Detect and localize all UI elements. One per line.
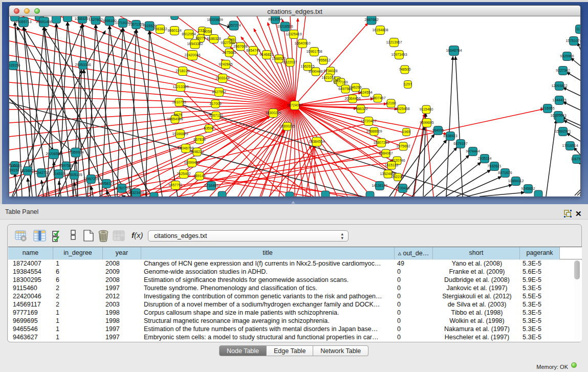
svg-text:1362615: 1362615 <box>300 64 314 68</box>
svg-text:20364456: 20364456 <box>344 97 360 100</box>
svg-text:10654112: 10654112 <box>508 179 524 183</box>
svg-text:9245652: 9245652 <box>521 187 535 190</box>
svg-text:1588520: 1588520 <box>272 57 286 60</box>
svg-text:9335061: 9335061 <box>9 164 22 167</box>
svg-text:9327508: 9327508 <box>221 41 234 45</box>
svg-text:9699695: 9699695 <box>420 121 433 124</box>
svg-text:19218506: 19218506 <box>277 25 293 28</box>
svg-text:16961758: 16961758 <box>306 50 322 53</box>
svg-text:1527602: 1527602 <box>89 18 102 21</box>
svg-text:9860124: 9860124 <box>167 29 181 32</box>
svg-text:12505135: 12505135 <box>66 173 82 177</box>
svg-text:17957255: 17957255 <box>83 177 99 181</box>
svg-text:15720407: 15720407 <box>360 119 376 123</box>
svg-text:7663822: 7663822 <box>153 27 167 31</box>
svg-text:62160: 62160 <box>386 101 396 105</box>
svg-text:1117: 1117 <box>576 27 580 31</box>
svg-text:18099469: 18099469 <box>184 161 200 164</box>
svg-text:2935114: 2935114 <box>478 157 492 160</box>
svg-text:10553257: 10553257 <box>74 17 90 20</box>
svg-text:39154: 39154 <box>9 168 19 172</box>
svg-text:12342737: 12342737 <box>33 171 49 174</box>
svg-text:1621072: 1621072 <box>321 76 335 79</box>
svg-text:9242845: 9242845 <box>219 62 232 66</box>
svg-text:10958107: 10958107 <box>98 182 114 185</box>
svg-text:10671355: 10671355 <box>128 23 144 26</box>
svg-text:16543382: 16543382 <box>187 42 203 46</box>
svg-text:2803144: 2803144 <box>215 76 229 80</box>
svg-text:22420046: 22420046 <box>184 53 200 57</box>
svg-text:15751074: 15751074 <box>565 39 580 42</box>
svg-text:12323446: 12323446 <box>128 191 144 194</box>
svg-text:7625402: 7625402 <box>177 172 190 176</box>
svg-text:7955812: 7955812 <box>316 58 330 62</box>
svg-text:1615112: 1615112 <box>385 163 399 167</box>
svg-text:10807467: 10807467 <box>369 96 385 100</box>
svg-text:16046798: 16046798 <box>178 146 193 150</box>
svg-text:5498222: 5498222 <box>190 150 204 154</box>
svg-text:53594: 53594 <box>204 126 214 130</box>
svg-text:8912954: 8912954 <box>182 32 195 36</box>
svg-text:16640910: 16640910 <box>294 41 310 45</box>
svg-text:2718170: 2718170 <box>176 69 189 73</box>
svg-text:164095: 164095 <box>432 128 444 132</box>
svg-text:8454749: 8454749 <box>246 49 260 52</box>
svg-text:9084067: 9084067 <box>379 151 393 155</box>
svg-text:12325419: 12325419 <box>286 32 301 36</box>
svg-text:16654908: 16654908 <box>167 117 183 121</box>
svg-text:9474444: 9474444 <box>466 149 480 153</box>
svg-text:16033809: 16033809 <box>207 18 223 21</box>
svg-text:19384554: 19384554 <box>309 140 324 143</box>
svg-text:10688609: 10688609 <box>366 129 382 133</box>
svg-text:10973493: 10973493 <box>391 53 407 56</box>
svg-text:17016514: 17016514 <box>562 144 578 147</box>
svg-text:23300235: 23300235 <box>279 124 295 128</box>
svg-text:1244415: 1244415 <box>552 98 566 102</box>
svg-text:252214: 252214 <box>391 175 403 179</box>
svg-text:6879197: 6879197 <box>453 142 467 145</box>
svg-text:8938923: 8938923 <box>443 134 457 138</box>
svg-text:3375685: 3375685 <box>222 51 236 54</box>
svg-text:14136141: 14136141 <box>372 184 387 187</box>
svg-text:8990448: 8990448 <box>309 70 322 73</box>
svg-text:12093822: 12093822 <box>551 84 567 87</box>
svg-text:1297: 1297 <box>404 82 412 86</box>
svg-text:20691406: 20691406 <box>36 20 52 24</box>
svg-text:867833: 867833 <box>193 138 205 141</box>
svg-text:6734028: 6734028 <box>323 69 337 73</box>
svg-text:6058: 6058 <box>204 30 212 33</box>
svg-text:8471676: 8471676 <box>498 171 512 174</box>
svg-text:3624554: 3624554 <box>358 91 372 94</box>
svg-text:7632621: 7632621 <box>487 164 501 168</box>
svg-text:29053346: 29053346 <box>75 63 91 67</box>
svg-text:746266: 746266 <box>350 85 361 89</box>
svg-text:8322037: 8322037 <box>283 60 297 64</box>
svg-text:9675: 9675 <box>174 113 182 117</box>
svg-text:2887682: 2887682 <box>364 18 378 21</box>
svg-text:8427552: 8427552 <box>212 90 226 94</box>
svg-text:9397588: 9397588 <box>59 164 73 167</box>
svg-text:16782759: 16782759 <box>114 186 129 190</box>
svg-text:8813054: 8813054 <box>268 17 282 21</box>
svg-text:1010755: 1010755 <box>172 100 186 104</box>
svg-text:317005: 317005 <box>209 102 221 105</box>
svg-text:7357274: 7357274 <box>227 24 241 27</box>
svg-text:20206556: 20206556 <box>46 152 61 156</box>
svg-text:12213369: 12213369 <box>172 85 188 89</box>
svg-text:116753: 116753 <box>571 157 580 161</box>
svg-text:19055713: 19055713 <box>15 20 31 24</box>
svg-text:9146821: 9146821 <box>259 53 273 56</box>
svg-text:19166829: 19166829 <box>172 132 188 136</box>
svg-text:18300295: 18300295 <box>265 111 281 115</box>
svg-text:9457791: 9457791 <box>168 183 182 187</box>
svg-text:5716485: 5716485 <box>204 184 218 187</box>
svg-text:9227342: 9227342 <box>556 69 570 72</box>
svg-text:1733426: 1733426 <box>396 186 409 190</box>
svg-text:18724007: 18724007 <box>287 103 302 107</box>
svg-text:2615156: 2615156 <box>9 63 20 67</box>
svg-text:169144: 169144 <box>193 174 205 178</box>
svg-text:10120746: 10120746 <box>389 159 405 162</box>
svg-text:7986322: 7986322 <box>354 107 367 111</box>
svg-text:10025458: 10025458 <box>394 107 409 111</box>
svg-text:8186328: 8186328 <box>207 37 221 40</box>
